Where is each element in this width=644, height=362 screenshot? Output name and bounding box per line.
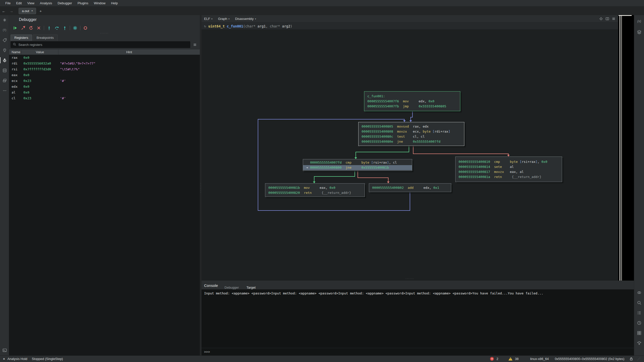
register-row-rax[interactable]: rax0x0 bbox=[9, 55, 200, 61]
menu-window[interactable]: Window bbox=[91, 0, 108, 7]
splitter-handle[interactable]: ······ bbox=[200, 183, 201, 193]
function-signature[interactable]: uint64_t c_fun001(char* arg1, char* arg2… bbox=[208, 24, 292, 28]
block-increment[interactable]: 0000555555400802 add edx, 0x1 bbox=[369, 183, 451, 192]
xrefs-icon[interactable] bbox=[0, 16, 9, 24]
components-icon[interactable] bbox=[634, 329, 644, 337]
graph-menu-disassembly[interactable]: Disassembly▾ bbox=[235, 17, 256, 21]
asm-line[interactable]: 0000555555400805 movsxd rax, edx bbox=[359, 124, 464, 129]
graph-menu-graph[interactable]: Graph▾ bbox=[218, 17, 230, 21]
vertical-splitter[interactable]: ······ bbox=[200, 15, 202, 355]
menu-view[interactable]: View bbox=[24, 0, 37, 7]
variables-icon[interactable]: (x) bbox=[634, 17, 644, 25]
panel-collapse-handle[interactable]: ······ bbox=[9, 32, 200, 34]
asm-line[interactable]: 00005555554007f6 mov edx, 0x0 bbox=[364, 99, 460, 104]
console-splitter-handle[interactable]: ······ bbox=[202, 277, 618, 280]
type-archive-icon[interactable] bbox=[634, 339, 644, 347]
error-icon[interactable]: × bbox=[490, 357, 494, 361]
column-header-hint[interactable]: Hint bbox=[58, 49, 200, 55]
asm-line[interactable]: 0000555555400802 add edx, 0x1 bbox=[369, 185, 451, 190]
attach-button[interactable] bbox=[20, 25, 26, 31]
terminal-icon[interactable] bbox=[0, 346, 9, 354]
types-icon[interactable]: {T} bbox=[0, 26, 9, 34]
stack-layers-icon[interactable] bbox=[634, 28, 644, 36]
search-icon[interactable] bbox=[634, 298, 644, 307]
column-header-name[interactable]: Name bbox=[9, 49, 22, 55]
console-tab-debugger[interactable]: Debugger bbox=[224, 286, 239, 289]
asm-line[interactable]: 00005555554007fb jmp 0x555555400805 bbox=[364, 104, 460, 109]
column-header-value[interactable]: Value bbox=[22, 49, 58, 55]
feature-map[interactable] bbox=[618, 15, 634, 281]
history-icon[interactable] bbox=[634, 319, 644, 327]
register-row-al[interactable]: al0x0 bbox=[9, 89, 200, 95]
asm-line[interactable]: 00005555554007fd cmp byte [rsi+rax], cl bbox=[303, 160, 412, 165]
graph-menu-elf[interactable]: ELF▾ bbox=[204, 17, 212, 21]
asm-line[interactable]: 000055555540080e jne 0x5555554007fd bbox=[359, 139, 464, 144]
menu-file[interactable]: File bbox=[3, 0, 13, 7]
debugger-settings-button[interactable] bbox=[72, 25, 78, 31]
warning-icon[interactable] bbox=[508, 357, 512, 360]
step-return-button[interactable] bbox=[61, 25, 68, 31]
find-results-icon[interactable] bbox=[634, 288, 644, 297]
menu-edit[interactable]: Edit bbox=[13, 0, 24, 7]
asm-line[interactable]: 0000555555400808 movzx ecx, byte [rdi+ra… bbox=[359, 129, 464, 134]
console-prompt-row[interactable]: >>> bbox=[202, 348, 634, 355]
back-button[interactable]: ← bbox=[0, 9, 8, 13]
sync-target-icon[interactable] bbox=[599, 17, 603, 21]
resume-button[interactable] bbox=[12, 25, 19, 31]
menu-plugins[interactable]: Plugins bbox=[75, 0, 91, 7]
block-return-zero[interactable]: 000055555540081b mov eax, 0x000005555554… bbox=[265, 183, 365, 197]
kill-button[interactable] bbox=[36, 25, 42, 31]
block-return-check[interactable]: 0000555555400810 cmp byte [rsi+rax], 0x0… bbox=[455, 157, 562, 182]
restart-button[interactable] bbox=[28, 25, 34, 31]
view-menu-icon[interactable] bbox=[612, 17, 616, 21]
tags-icon[interactable] bbox=[0, 36, 9, 44]
document-tab[interactable]: a.out ● bbox=[19, 8, 36, 14]
tab-breakpoints[interactable]: Breakpoints bbox=[33, 35, 58, 41]
register-row-ecx[interactable]: ecx0x23'#' bbox=[9, 78, 200, 84]
log-icon[interactable] bbox=[634, 309, 644, 317]
asm-line[interactable]: 0000555555400817 movzx eax, al bbox=[456, 169, 562, 174]
asm-line[interactable]: 000055555540080c test cl, cl bbox=[359, 134, 464, 139]
tab-registers[interactable]: Registers bbox=[11, 35, 32, 41]
asm-line[interactable]: 000055555540081a retn {__return_addr} bbox=[456, 174, 562, 179]
register-row-rsi[interactable]: rsi0x7fffffffd3d0"\t5#\t?%" bbox=[9, 66, 200, 72]
debugger-icon[interactable] bbox=[0, 56, 9, 64]
menu-debugger[interactable]: Debugger bbox=[55, 0, 75, 7]
asm-line[interactable]: 0000555555400810 cmp byte [rsi+rax], 0x0 bbox=[456, 159, 562, 164]
new-tab-button[interactable]: + bbox=[40, 9, 42, 13]
resize-grip[interactable]: ⋰ bbox=[637, 357, 640, 361]
console-output[interactable]: Input method: <appname> <password>Input … bbox=[202, 289, 634, 348]
block-compare[interactable]: 00005555554007fd cmp byte [rsi+rax], cl→… bbox=[303, 159, 412, 171]
lock-icon[interactable] bbox=[629, 357, 633, 361]
block-entry[interactable]: c_fun001:00005555554007f6 mov edx, 0x000… bbox=[364, 91, 460, 111]
search-input[interactable] bbox=[18, 43, 188, 47]
graph-canvas[interactable]: ······ c_fun001:00005555554007f6 mov edx… bbox=[202, 30, 618, 281]
memory-map-icon[interactable] bbox=[0, 46, 9, 54]
register-options-button[interactable] bbox=[192, 42, 198, 48]
platform-label[interactable]: linux-x86_64 bbox=[530, 357, 549, 361]
asm-line[interactable]: c_fun001: bbox=[364, 94, 460, 99]
asm-line[interactable]: 000055555540081b mov eax, 0x0 bbox=[265, 185, 365, 190]
more-icon[interactable] bbox=[0, 87, 9, 94]
register-row-eax[interactable]: eax0x0 bbox=[9, 72, 200, 78]
console-tab-target[interactable]: Target bbox=[246, 286, 255, 289]
error-count[interactable]: 2 bbox=[496, 357, 498, 361]
asm-line[interactable]: 0000555555400814 sete al bbox=[456, 164, 562, 169]
split-view-icon[interactable] bbox=[605, 17, 609, 21]
warning-count[interactable]: 38 bbox=[515, 357, 519, 361]
analysis-close-icon[interactable]: × bbox=[3, 357, 5, 361]
menu-analysis[interactable]: Analysis bbox=[37, 0, 55, 7]
block-loop-head[interactable]: 0000555555400805 movsxd rax, edx00005555… bbox=[358, 122, 464, 146]
register-row-cl[interactable]: cl0x23'#' bbox=[9, 95, 200, 101]
current-instruction-line[interactable]: → 0000555555400800 jne 0x55555540081b bbox=[303, 165, 412, 170]
register-row-edx[interactable]: edx0x0 bbox=[9, 84, 200, 89]
forward-button[interactable]: → bbox=[8, 9, 15, 13]
stack-view-icon[interactable] bbox=[0, 67, 9, 74]
register-row-rdi[interactable]: rdi0x5555556032a0"#?=5#$\"9>7<?>77" bbox=[9, 61, 200, 66]
windows-icon[interactable] bbox=[0, 77, 9, 84]
step-over-button[interactable] bbox=[54, 25, 60, 31]
menu-help[interactable]: Help bbox=[108, 0, 121, 7]
asm-line[interactable]: 0000555555400820 retn {__return_addr} bbox=[265, 190, 365, 195]
analysis-hold-label[interactable]: Analysis Hold bbox=[8, 357, 27, 361]
breakpoint-button[interactable] bbox=[82, 25, 89, 31]
